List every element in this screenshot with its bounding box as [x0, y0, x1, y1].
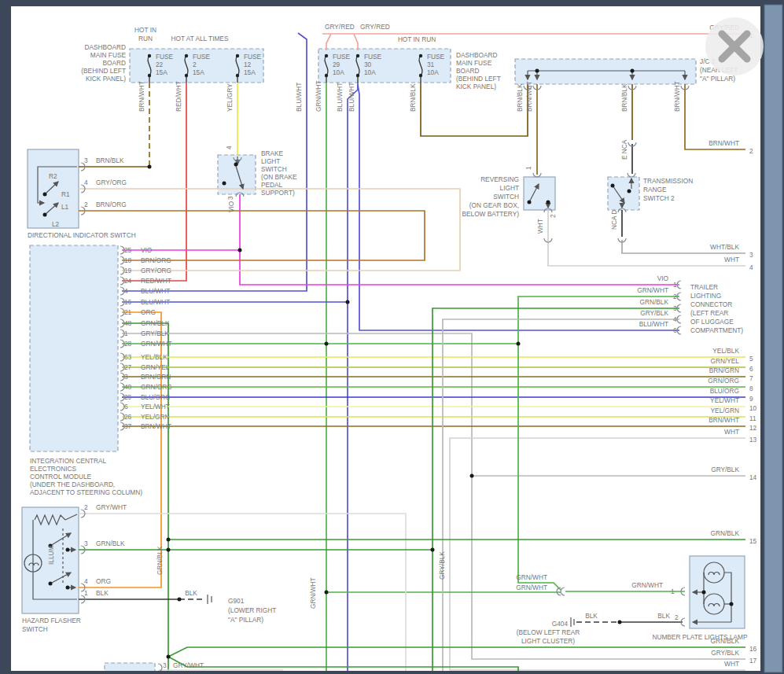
- diagram-label: 1: [84, 589, 88, 597]
- diagram-label: BELOW BATTERY): [462, 210, 519, 218]
- fuse-contact-dot: [419, 54, 422, 57]
- diagram-label: OF LUGGAGE: [690, 318, 734, 326]
- right-pin-number: 9: [749, 395, 753, 403]
- fuse-contact-dot: [356, 74, 359, 77]
- fuse-label: 10A: [364, 68, 376, 76]
- module-pin-number: 48: [124, 319, 132, 327]
- diagram-label: BRN/ORG: [96, 201, 127, 208]
- fuse-label: 2: [193, 61, 197, 68]
- module-pin-wire-label: BRN/GRN: [141, 373, 171, 381]
- fuse-label: 10A: [333, 68, 344, 76]
- junction-dot: [325, 591, 329, 595]
- trailer-pin-wire-label: BLU/WHT: [639, 320, 668, 328]
- junction-dot: [325, 342, 329, 346]
- module-pin-number: 21: [124, 308, 132, 316]
- scrollbar-track[interactable]: [764, 5, 782, 672]
- module-pin-wire-label: BLU/WHT: [141, 287, 170, 295]
- diagram-label: 2: [549, 214, 557, 218]
- module-pin-number: 28: [124, 340, 132, 348]
- diagram-label: 2: [84, 503, 88, 511]
- module-pin-number: 1: [124, 330, 128, 337]
- diagram-label: GRY/ORG: [96, 179, 127, 186]
- diagram-label: BLK: [657, 612, 670, 620]
- junction-dot: [631, 69, 635, 73]
- module-pin-wire-label: YEL/BLK: [141, 353, 167, 361]
- trailer-pin-wire-label: VIO: [657, 274, 669, 282]
- diagram-label: BRN/WHT: [673, 81, 681, 112]
- diagram-viewer: FUSE2215AFUSE215AFUSE1215AFUSE2910AFUSE3…: [0, 0, 784, 674]
- diagram-label: RUN: [138, 35, 153, 42]
- right-wire-label: BRN/WHT: [709, 416, 739, 424]
- diagram-label: LIGHT: [261, 157, 280, 165]
- diagram-label: GRY/WHT: [96, 503, 127, 511]
- diagram-label: BRN/BLK: [620, 83, 628, 112]
- module-pin-wire-label: BLU/ORG: [141, 393, 170, 401]
- diagram-label: MAIN FUSE: [90, 51, 127, 59]
- diagram-label: (BEHIND LEFT: [81, 67, 126, 75]
- module-pin-wire-label: GRN/BLK: [141, 319, 170, 327]
- integration-central-electronics-module: [30, 245, 118, 451]
- right-wire-label: YEL/WHT: [710, 396, 739, 404]
- right-wire-label: YEL/GRN: [711, 407, 739, 414]
- fuse-label: 15A: [193, 68, 204, 76]
- junction-dot: [618, 621, 622, 624]
- right-pin-number: 8: [749, 385, 753, 392]
- diagram-label: GRN/WHT: [516, 573, 547, 581]
- module-pin-wire-label: BRN/WHT: [141, 422, 171, 430]
- trailer-pin-wire-label: GRY/BLK: [640, 309, 668, 317]
- diagram-label: 1: [671, 587, 675, 595]
- diagram-label: ORG: [96, 577, 111, 585]
- right-wire-label: GRN/YEL: [711, 357, 740, 365]
- fuse-label: 29: [333, 61, 340, 68]
- junction-dot: [536, 69, 539, 73]
- module-pin-wire-label: GRY/BLK: [141, 330, 169, 337]
- junction-dot: [167, 548, 171, 552]
- diagram-label: SWITCH 2: [643, 194, 675, 202]
- diagram-label: R1: [61, 190, 70, 198]
- diagram-label: PEDAL: [261, 181, 283, 189]
- diagram-label: 4: [84, 577, 88, 585]
- module-pin-number: 3: [124, 373, 128, 381]
- diagram-label: BRN/WHT: [138, 81, 145, 112]
- module-pin-wire-label: ORG: [141, 308, 156, 316]
- diagram-label: GRN/BLK: [156, 546, 164, 575]
- diagram-label: GRY/RED: [325, 23, 355, 31]
- diagram-label: KICK PANEL): [456, 83, 496, 90]
- trailer-pin-wire-label: GRN/BLK: [640, 298, 669, 306]
- diagram-label: 4: [84, 179, 88, 186]
- right-pin-number: 10: [749, 404, 757, 412]
- junction-dot: [547, 201, 550, 204]
- module-pin-number: 29: [124, 393, 132, 401]
- diagram-label: DASHBOARD: [456, 51, 498, 59]
- fuse-contact-dot: [419, 74, 422, 77]
- diagram-label: GRN/WHT: [516, 584, 547, 591]
- diagram-label: INTEGRATION CENTRAL: [30, 457, 106, 465]
- module-pin-wire-label: GRY/ORG: [141, 267, 171, 274]
- right-pin-number: 4: [749, 263, 753, 271]
- diagram-label: BLU/WHT: [336, 83, 344, 112]
- right-wire-label: YEL/BLK: [712, 347, 739, 355]
- diagram-label: NCA D: [610, 210, 618, 230]
- fuse-contact-dot: [236, 74, 239, 77]
- diagram-label: GRN/WHT: [631, 581, 663, 589]
- diagram-label: R2: [49, 172, 57, 180]
- trailer-pin-number: 4: [673, 315, 677, 323]
- right-wire-label: GRY/BLK: [711, 466, 739, 473]
- junction-dot: [66, 586, 70, 590]
- right-pin-number: 17: [749, 657, 757, 665]
- diagram-label: BRAKE: [261, 149, 284, 157]
- junction-dot: [148, 165, 152, 169]
- diagram-label: CONTROL MODULE: [30, 473, 92, 481]
- junction-dot: [49, 582, 53, 586]
- close-button[interactable]: [705, 17, 764, 76]
- diagram-label: LIGHT: [500, 184, 519, 192]
- junction-dot: [238, 249, 242, 252]
- right-pin-number: 5: [749, 355, 753, 363]
- diagram-label: G404: [552, 620, 569, 628]
- diagram-label: L2: [52, 220, 60, 228]
- fuse-label: 30: [364, 61, 372, 68]
- diagram-label: GRN/WHT: [315, 80, 322, 112]
- diagram-label: DIRECTIONAL INDICATOR SWITCH: [28, 231, 136, 239]
- diagram-label: (UNDER THE DASHBOARD,: [30, 481, 115, 488]
- diagram-label: BRN/WHT: [525, 81, 533, 112]
